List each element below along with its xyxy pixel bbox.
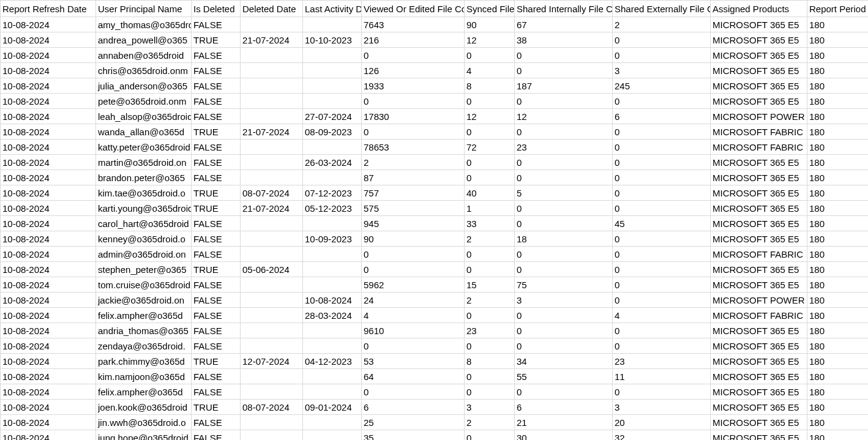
cell-is-deleted[interactable]: TRUE xyxy=(192,124,241,140)
cell-user-principal-name[interactable]: karti.young@o365droid xyxy=(96,201,192,216)
table-row[interactable]: 10-08-2024kim.tae@o365droid.oTRUE08-07-2… xyxy=(1,185,869,201)
cell-is-deleted[interactable]: FALSE xyxy=(192,170,241,185)
cell-shared-externally-count[interactable]: 0 xyxy=(613,155,711,170)
table-row[interactable]: 10-08-2024felix.ampher@o365dFALSE28-03-2… xyxy=(1,308,869,323)
col-header-deleted-date[interactable]: Deleted Date xyxy=(241,1,303,17)
cell-shared-internally-count[interactable]: 23 xyxy=(515,140,613,155)
cell-is-deleted[interactable]: FALSE xyxy=(192,63,241,78)
cell-deleted-date[interactable] xyxy=(241,415,303,430)
cell-synced-file-count[interactable]: 90 xyxy=(465,17,515,32)
cell-last-activity-date[interactable] xyxy=(303,277,362,293)
cell-shared-internally-count[interactable]: 0 xyxy=(515,201,613,216)
cell-last-activity-date[interactable]: 04-12-2023 xyxy=(303,354,362,369)
table-row[interactable]: 10-08-2024wanda_allan@o365dTRUE21-07-202… xyxy=(1,124,869,140)
cell-assigned-products[interactable]: MICROSOFT 365 E5 xyxy=(711,170,807,185)
cell-last-activity-date[interactable]: 08-09-2023 xyxy=(303,124,362,140)
cell-synced-file-count[interactable]: 0 xyxy=(465,308,515,323)
cell-report-refresh-date[interactable]: 10-08-2024 xyxy=(1,78,96,94)
cell-shared-internally-count[interactable]: 0 xyxy=(515,155,613,170)
cell-assigned-products[interactable]: MICROSOFT 365 E5 xyxy=(711,32,807,48)
cell-user-principal-name[interactable]: andria_thomas@o365 xyxy=(96,323,192,338)
cell-shared-internally-count[interactable]: 75 xyxy=(515,277,613,293)
cell-deleted-date[interactable] xyxy=(241,170,303,185)
table-row[interactable]: 10-08-2024admin@o365droid.onFALSE0000MIC… xyxy=(1,247,869,262)
table-row[interactable]: 10-08-2024andrea_powell@o365TRUE21-07-20… xyxy=(1,32,869,48)
cell-report-period[interactable]: 180 xyxy=(807,277,869,293)
cell-report-period[interactable]: 180 xyxy=(807,78,869,94)
col-header-is-deleted[interactable]: Is Deleted xyxy=(192,1,241,17)
cell-shared-externally-count[interactable]: 0 xyxy=(613,293,711,308)
cell-is-deleted[interactable]: FALSE xyxy=(192,140,241,155)
cell-last-activity-date[interactable] xyxy=(303,262,362,277)
cell-deleted-date[interactable] xyxy=(241,48,303,63)
table-row[interactable]: 10-08-2024julia_anderson@o365FALSE193381… xyxy=(1,78,869,94)
cell-user-principal-name[interactable]: katty.peter@o365droid xyxy=(96,140,192,155)
cell-last-activity-date[interactable] xyxy=(303,369,362,384)
cell-report-refresh-date[interactable]: 10-08-2024 xyxy=(1,140,96,155)
table-row[interactable]: 10-08-2024pete@o365droid.onmFALSE0000MIC… xyxy=(1,94,869,109)
cell-report-refresh-date[interactable]: 10-08-2024 xyxy=(1,32,96,48)
cell-shared-internally-count[interactable]: 0 xyxy=(515,170,613,185)
cell-is-deleted[interactable]: TRUE xyxy=(192,400,241,415)
cell-shared-externally-count[interactable]: 0 xyxy=(613,170,711,185)
cell-viewed-or-edited-count[interactable]: 0 xyxy=(362,338,465,354)
cell-shared-externally-count[interactable]: 245 xyxy=(613,78,711,94)
cell-shared-internally-count[interactable]: 0 xyxy=(515,216,613,231)
cell-shared-externally-count[interactable]: 2 xyxy=(613,17,711,32)
cell-user-principal-name[interactable]: wanda_allan@o365d xyxy=(96,124,192,140)
cell-shared-externally-count[interactable]: 0 xyxy=(613,231,711,247)
cell-shared-internally-count[interactable]: 0 xyxy=(515,384,613,400)
cell-shared-internally-count[interactable]: 0 xyxy=(515,308,613,323)
col-header-user-principal-name[interactable]: User Principal Name xyxy=(96,1,192,17)
cell-is-deleted[interactable]: FALSE xyxy=(192,308,241,323)
cell-viewed-or-edited-count[interactable]: 5962 xyxy=(362,277,465,293)
cell-shared-internally-count[interactable]: 0 xyxy=(515,323,613,338)
cell-report-period[interactable]: 180 xyxy=(807,216,869,231)
table-row[interactable]: 10-08-2024jackie@o365droid.onFALSE10-08-… xyxy=(1,293,869,308)
cell-user-principal-name[interactable]: kenney@o365droid.o xyxy=(96,231,192,247)
cell-shared-externally-count[interactable]: 0 xyxy=(613,338,711,354)
cell-shared-externally-count[interactable]: 0 xyxy=(613,94,711,109)
cell-shared-internally-count[interactable]: 38 xyxy=(515,32,613,48)
cell-user-principal-name[interactable]: felix.ampher@o365d xyxy=(96,384,192,400)
cell-viewed-or-edited-count[interactable]: 126 xyxy=(362,63,465,78)
cell-assigned-products[interactable]: MICROSOFT 365 E5 xyxy=(711,216,807,231)
cell-is-deleted[interactable]: FALSE xyxy=(192,415,241,430)
cell-last-activity-date[interactable] xyxy=(303,415,362,430)
cell-report-refresh-date[interactable]: 10-08-2024 xyxy=(1,185,96,201)
cell-assigned-products[interactable]: MICROSOFT 365 E5 xyxy=(711,384,807,400)
cell-viewed-or-edited-count[interactable]: 90 xyxy=(362,231,465,247)
cell-report-period[interactable]: 180 xyxy=(807,400,869,415)
cell-assigned-products[interactable]: MICROSOFT 365 E5 xyxy=(711,369,807,384)
cell-shared-internally-count[interactable]: 67 xyxy=(515,17,613,32)
cell-shared-internally-count[interactable]: 12 xyxy=(515,109,613,124)
cell-shared-internally-count[interactable]: 0 xyxy=(515,124,613,140)
cell-viewed-or-edited-count[interactable]: 87 xyxy=(362,170,465,185)
cell-synced-file-count[interactable]: 0 xyxy=(465,262,515,277)
cell-shared-externally-count[interactable]: 0 xyxy=(613,140,711,155)
cell-report-period[interactable]: 180 xyxy=(807,430,869,441)
cell-assigned-products[interactable]: MICROSOFT 365 E5 xyxy=(711,78,807,94)
cell-synced-file-count[interactable]: 12 xyxy=(465,109,515,124)
cell-last-activity-date[interactable]: 27-07-2024 xyxy=(303,109,362,124)
cell-is-deleted[interactable]: FALSE xyxy=(192,384,241,400)
cell-assigned-products[interactable]: MICROSOFT 365 E5 xyxy=(711,338,807,354)
cell-shared-externally-count[interactable]: 0 xyxy=(613,247,711,262)
cell-is-deleted[interactable]: FALSE xyxy=(192,94,241,109)
cell-report-period[interactable]: 180 xyxy=(807,415,869,430)
cell-report-refresh-date[interactable]: 10-08-2024 xyxy=(1,277,96,293)
cell-synced-file-count[interactable]: 3 xyxy=(465,400,515,415)
table-row[interactable]: 10-08-2024joen.kook@o365droidTRUE08-07-2… xyxy=(1,400,869,415)
cell-report-period[interactable]: 180 xyxy=(807,201,869,216)
cell-deleted-date[interactable] xyxy=(241,247,303,262)
cell-user-principal-name[interactable]: amy_thomas@o365droid xyxy=(96,17,192,32)
cell-last-activity-date[interactable] xyxy=(303,338,362,354)
cell-last-activity-date[interactable] xyxy=(303,78,362,94)
cell-shared-externally-count[interactable]: 0 xyxy=(613,323,711,338)
table-row[interactable]: 10-08-2024felix.ampher@o365dFALSE0000MIC… xyxy=(1,384,869,400)
cell-shared-internally-count[interactable]: 0 xyxy=(515,63,613,78)
cell-report-period[interactable]: 180 xyxy=(807,48,869,63)
cell-assigned-products[interactable]: MICROSOFT 365 E5 xyxy=(711,277,807,293)
cell-report-refresh-date[interactable]: 10-08-2024 xyxy=(1,216,96,231)
col-header-shared-externally-count[interactable]: Shared Externally File Count xyxy=(613,1,711,17)
